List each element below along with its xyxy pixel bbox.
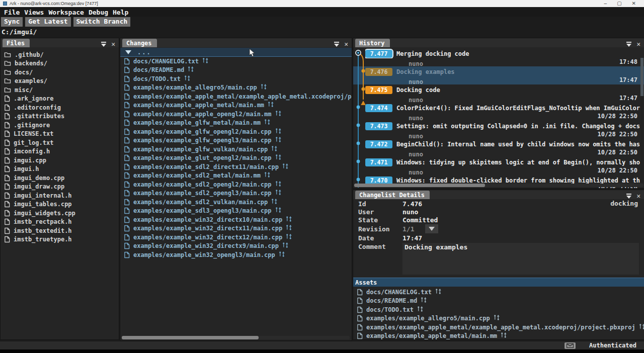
panel-close-icon[interactable]: ✕ bbox=[636, 193, 640, 199]
panel-close-icon[interactable]: ✕ bbox=[111, 41, 115, 47]
file-tree-item[interactable]: imconfig.h bbox=[1, 147, 119, 156]
panel-close-icon[interactable]: ✕ bbox=[636, 41, 640, 47]
asset-row[interactable]: examples/example_allegro5/main.cpp bbox=[353, 314, 644, 323]
file-tree-item[interactable]: imgui_demo.cpp bbox=[1, 173, 119, 183]
changed-file-row[interactable]: docs/README.md bbox=[120, 66, 352, 75]
tab-changelist-details[interactable]: Changelist Details bbox=[355, 191, 430, 199]
changed-status-icon bbox=[268, 101, 274, 109]
commit-id-badge: 7.477 bbox=[365, 50, 392, 58]
file-tree-item[interactable]: .github/ bbox=[1, 50, 119, 59]
file-tree-item[interactable]: imgui_tables.cpp bbox=[1, 200, 119, 209]
file-tree-item[interactable]: .gitattributes bbox=[1, 112, 119, 121]
close-button[interactable]: ✕ bbox=[632, 1, 636, 6]
file-tree-item[interactable]: imstb_textedit.h bbox=[1, 226, 119, 235]
commit-row[interactable]: 7.473 Settings: omit outputing Collapsed… bbox=[353, 121, 644, 139]
menu-help[interactable]: Help bbox=[113, 9, 128, 16]
asset-row[interactable]: docs/README.md bbox=[353, 297, 644, 306]
changed-file-row[interactable]: examples/example_win32_directx9/main.cpp bbox=[120, 242, 352, 251]
file-tree-item[interactable]: imstb_rectpack.h bbox=[1, 218, 119, 227]
changed-file-row[interactable]: examples/example_apple_opengl2/main.mm bbox=[120, 110, 352, 119]
file-tree-item[interactable]: imgui_internal.h bbox=[1, 191, 119, 200]
get-latest-button[interactable]: Get Latest bbox=[25, 17, 70, 27]
file-icon bbox=[124, 190, 130, 197]
scrollbar-thumb[interactable] bbox=[640, 58, 643, 96]
commit-row[interactable]: 7.476 Docking examples nuno 17:47 bbox=[353, 66, 644, 84]
changes-root-row[interactable]: ... bbox=[120, 48, 352, 57]
revision-dropdown[interactable] bbox=[425, 224, 438, 233]
maximize-button[interactable]: ▢ bbox=[617, 1, 621, 6]
changed-file-row[interactable]: examples/example_glut_opengl2/main.cpp bbox=[120, 154, 352, 163]
changed-file-row[interactable]: examples/example_sdl2_vulkan/main.cpp bbox=[120, 198, 352, 207]
field-label-date: Date bbox=[358, 234, 403, 242]
sync-button[interactable]: Sync bbox=[1, 17, 23, 27]
changed-file-row[interactable]: examples/example_glfw_opengl3/main.cpp bbox=[120, 136, 352, 145]
file-tree-item[interactable]: backends/ bbox=[1, 59, 119, 68]
switch-branch-button[interactable]: Switch Branch bbox=[73, 17, 131, 27]
changed-file-row[interactable]: docs/TODO.txt bbox=[120, 74, 352, 83]
menu-debug[interactable]: Debug bbox=[89, 9, 108, 16]
changed-file-row[interactable]: examples/example_sdl2_directx11/main.cpp bbox=[120, 162, 352, 171]
changed-file-row[interactable]: examples/example_apple_metal/main.mm bbox=[120, 101, 352, 110]
changed-file-row[interactable]: examples/example_win32_directx11/main.cp… bbox=[120, 224, 352, 233]
history-vertical-scrollbar[interactable] bbox=[640, 57, 643, 183]
commit-row[interactable]: 7.474 ColorPicker4(): Fixed ImGuiColorEd… bbox=[353, 103, 644, 121]
asset-row[interactable]: examples/example_apple_metal/example_app… bbox=[353, 323, 644, 332]
panel-menu-icon[interactable] bbox=[334, 42, 340, 47]
file-icon bbox=[124, 199, 130, 206]
commit-row[interactable]: 7.477 Merging docking code nuno 17:48 bbox=[353, 48, 644, 66]
file-tree-item[interactable]: .editorconfig bbox=[1, 103, 119, 112]
commit-row[interactable]: 7.475 Docking code nuno 17:47 bbox=[353, 84, 644, 103]
changed-file-row[interactable]: examples/example_glfw_opengl2/main.cpp bbox=[120, 127, 352, 136]
file-tree-item[interactable]: .ark_ignore bbox=[1, 95, 119, 104]
changed-file-row[interactable]: examples/example_sdl2_opengl2/main.cpp bbox=[120, 180, 352, 189]
changed-file-row[interactable]: examples/example_win32_opengl3/main.cpp bbox=[120, 250, 352, 259]
file-tree-item[interactable]: imgui_draw.cpp bbox=[1, 183, 119, 192]
commit-row[interactable]: 7.472 BeginChild(): Internal name used b… bbox=[353, 139, 644, 157]
file-tree-item[interactable]: imgui_widgets.cpp bbox=[1, 209, 119, 218]
file-tree-item[interactable]: .gitignore bbox=[1, 121, 119, 130]
changed-file-row[interactable]: examples/example_glfw_vulkan/main.cpp bbox=[120, 145, 352, 154]
mail-icon[interactable] bbox=[565, 342, 576, 349]
asset-row[interactable]: docs/CHANGELOG.txt bbox=[353, 288, 644, 297]
tab-files[interactable]: Files bbox=[3, 39, 30, 47]
tab-changes[interactable]: Changes bbox=[122, 39, 157, 47]
asset-row[interactable]: examples/example_apple_metal/main.mm bbox=[353, 332, 644, 340]
file-tree-item[interactable]: imstb_truetype.h bbox=[1, 235, 119, 244]
changed-file-row[interactable]: examples/example_sdl2_opengl3/main.cpp bbox=[120, 189, 352, 198]
scrollbar-thumb[interactable] bbox=[354, 184, 485, 187]
commit-row[interactable]: 7.471 Windows: tidying up skipitems logi… bbox=[353, 157, 644, 175]
menu-file[interactable]: File bbox=[4, 9, 20, 16]
changes-horizontal-scrollbar[interactable] bbox=[122, 336, 350, 339]
collapse-triangle-icon[interactable] bbox=[125, 50, 131, 54]
history-horizontal-scrollbar[interactable] bbox=[354, 184, 643, 187]
minimize-button[interactable]: – bbox=[604, 1, 607, 6]
file-tree-item[interactable]: misc/ bbox=[1, 85, 119, 95]
panel-menu-icon[interactable] bbox=[626, 194, 632, 199]
file-tree-item[interactable]: examples/ bbox=[1, 77, 119, 86]
file-tree-item[interactable]: LICENSE.txt bbox=[1, 130, 119, 139]
file-name: imgui_demo.cpp bbox=[14, 174, 64, 182]
panel-close-icon[interactable]: ✕ bbox=[344, 41, 348, 47]
panel-menu-icon[interactable] bbox=[101, 42, 107, 47]
file-tree-item[interactable]: docs/ bbox=[1, 68, 119, 77]
file-icon bbox=[124, 137, 130, 144]
file-tree-item[interactable]: imgui.cpp bbox=[1, 156, 119, 165]
scrollbar-thumb[interactable] bbox=[122, 336, 259, 339]
changed-file-row[interactable]: examples/example_sdl2_metal/main.mm bbox=[120, 171, 352, 181]
panel-menu-icon[interactable] bbox=[626, 42, 632, 47]
changed-file-row[interactable]: examples/example_win32_directx12/main.cp… bbox=[120, 233, 352, 242]
changed-file-row[interactable]: examples/example_sdl3_opengl3/main.cpp bbox=[120, 207, 352, 216]
file-tree-item[interactable]: imgui.h bbox=[1, 165, 119, 174]
file-tree-item[interactable]: git_log.txt bbox=[1, 138, 119, 147]
menu-workspace[interactable]: Workspace bbox=[48, 9, 84, 16]
changed-file-row[interactable]: examples/example_allegro5/main.cpp bbox=[120, 83, 352, 93]
changed-file-row[interactable]: examples/example_glfw_metal/main.mm bbox=[120, 119, 352, 128]
changed-file-row[interactable]: docs/CHANGELOG.txt bbox=[120, 57, 352, 66]
menu-views[interactable]: Views bbox=[24, 9, 44, 16]
changed-file-row[interactable]: examples/example_win32_directx10/main.cp… bbox=[120, 215, 352, 224]
comment-textbox[interactable]: Docking examples bbox=[403, 243, 639, 275]
tab-history[interactable]: History bbox=[355, 39, 390, 47]
asset-row[interactable]: docs/TODO.txt bbox=[353, 305, 644, 314]
changed-file-path: examples/example_sdl2_opengl3/main.cpp bbox=[133, 190, 272, 197]
changed-file-row[interactable]: examples/example_apple_metal/example_app… bbox=[120, 92, 352, 101]
